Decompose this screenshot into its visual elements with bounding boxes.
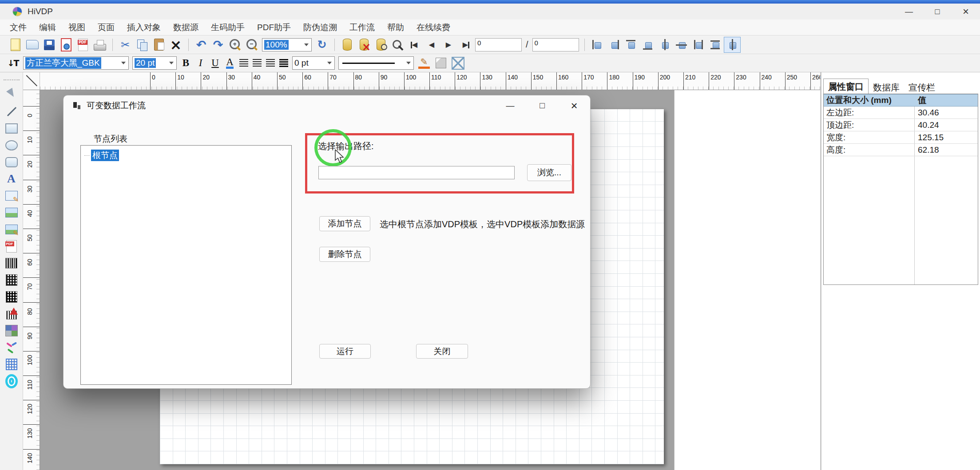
- rounded-rectangle-tool[interactable]: [3, 154, 20, 170]
- property-value[interactable]: 40.24: [914, 120, 939, 130]
- database-button[interactable]: [339, 37, 356, 53]
- align-left-button[interactable]: [589, 37, 606, 53]
- distribute-horizontal-button[interactable]: [690, 37, 707, 53]
- redo-button[interactable]: [210, 37, 226, 53]
- open-file-button[interactable]: [24, 37, 41, 53]
- last-page-button[interactable]: [457, 37, 474, 53]
- align-right-button[interactable]: [606, 37, 623, 53]
- property-value[interactable]: 125.15: [914, 133, 944, 142]
- current-page-input[interactable]: 0: [475, 38, 522, 51]
- menu-item[interactable]: 帮助: [381, 22, 410, 33]
- menu-item[interactable]: 视图: [62, 22, 91, 33]
- menu-item[interactable]: 在线续费: [410, 22, 456, 33]
- table-row[interactable]: 顶边距: 40.24: [824, 119, 978, 131]
- delete-button[interactable]: [167, 37, 184, 53]
- output-path-input[interactable]: [318, 166, 515, 179]
- center-vertical-button[interactable]: [673, 37, 690, 53]
- rectangle-tool[interactable]: [3, 120, 20, 137]
- minimize-button[interactable]: —: [895, 4, 923, 20]
- maximize-button[interactable]: □: [923, 4, 952, 20]
- table-row[interactable]: 宽度: 125.15: [824, 131, 978, 144]
- align-text-left-button[interactable]: [237, 56, 250, 70]
- tab-bulletin[interactable]: 宣传栏: [904, 80, 940, 95]
- database-remove-button[interactable]: [356, 37, 373, 53]
- security-code-tool[interactable]: [3, 305, 20, 322]
- ellipse-tool[interactable]: [3, 137, 20, 154]
- text-tool[interactable]: [3, 170, 20, 187]
- menu-item[interactable]: 防伪追溯: [297, 22, 343, 33]
- line-tool[interactable]: [3, 103, 20, 120]
- pdf-tool[interactable]: [3, 238, 20, 255]
- line-style-combo[interactable]: [338, 56, 414, 70]
- menu-item[interactable]: 编辑: [33, 22, 62, 33]
- run-button[interactable]: 运行: [319, 344, 371, 359]
- zoom-in-button[interactable]: [226, 37, 243, 53]
- image-tool[interactable]: [3, 204, 20, 221]
- font-size-combo[interactable]: 20 pt: [132, 56, 177, 70]
- bold-button[interactable]: B: [179, 55, 193, 71]
- pdf-import-button[interactable]: [58, 37, 75, 53]
- dialog-minimize-button[interactable]: —: [494, 95, 526, 116]
- node-tree[interactable]: 根节点: [80, 145, 292, 385]
- distribute-vertical-button[interactable]: [707, 37, 724, 53]
- search-edit-button[interactable]: [389, 37, 406, 53]
- align-bottom-button[interactable]: [639, 37, 656, 53]
- dialog-close-button[interactable]: ×: [558, 95, 590, 116]
- copy-button[interactable]: [134, 37, 151, 53]
- align-text-center-button[interactable]: [250, 56, 264, 70]
- first-page-button[interactable]: [406, 37, 423, 53]
- image-edit-tool[interactable]: [3, 221, 20, 238]
- target-tool[interactable]: [3, 373, 20, 390]
- database-search-button[interactable]: [373, 37, 389, 53]
- tree-root-label[interactable]: 根节点: [91, 150, 119, 161]
- delete-node-button[interactable]: 删除节点: [319, 247, 370, 262]
- menu-item[interactable]: PDF助手: [251, 22, 297, 33]
- table-row[interactable]: 左边距: 30.46: [824, 107, 978, 119]
- italic-button[interactable]: I: [193, 55, 208, 71]
- next-page-button[interactable]: [440, 37, 457, 53]
- menu-item[interactable]: 插入对象: [121, 22, 167, 33]
- datamatrix-tool[interactable]: [3, 288, 20, 305]
- menu-item[interactable]: 工作流: [343, 22, 381, 33]
- property-value[interactable]: 30.46: [914, 108, 939, 118]
- rich-text-tool[interactable]: [3, 187, 20, 204]
- zoom-combo[interactable]: 100%: [262, 38, 312, 51]
- center-in-page-button[interactable]: [724, 37, 741, 53]
- tree-root-item[interactable]: 根节点: [84, 150, 291, 161]
- tab-properties[interactable]: 属性窗口: [823, 79, 869, 95]
- menu-item[interactable]: 数据源: [167, 22, 205, 33]
- dialog-title-bar[interactable]: 可变数据工作流 — □ ×: [63, 95, 590, 116]
- dialog-close-action-button[interactable]: 关闭: [416, 344, 468, 359]
- align-text-right-button[interactable]: [264, 56, 277, 70]
- save-button[interactable]: [41, 37, 58, 53]
- table-row[interactable]: 高度: 62.18: [824, 144, 978, 156]
- barcode-tool[interactable]: [3, 255, 20, 272]
- variable-marks-tool[interactable]: [3, 339, 20, 356]
- browse-button[interactable]: 浏览...: [527, 164, 571, 181]
- menu-item[interactable]: 文件: [4, 22, 33, 33]
- cut-button[interactable]: [117, 37, 134, 53]
- menu-item[interactable]: 生码助手: [205, 22, 251, 33]
- paste-button[interactable]: [151, 37, 167, 53]
- prev-page-button[interactable]: [423, 37, 440, 53]
- dialog-maximize-button[interactable]: □: [526, 95, 558, 116]
- rotate-page-button[interactable]: [313, 37, 330, 53]
- fill-format-button[interactable]: [432, 55, 449, 71]
- grid-tool[interactable]: [3, 356, 20, 373]
- close-button[interactable]: ×: [952, 4, 980, 20]
- align-text-justify-button[interactable]: [277, 56, 290, 70]
- font-family-combo[interactable]: 方正兰亭大黑_GBK: [23, 56, 129, 70]
- line-spacing-combo[interactable]: 0 pt: [292, 56, 335, 70]
- undo-button[interactable]: [193, 37, 210, 53]
- total-pages-input[interactable]: 0: [532, 38, 579, 51]
- add-node-button[interactable]: 添加节点: [319, 216, 370, 231]
- font-color-button[interactable]: A: [222, 55, 237, 71]
- print-button[interactable]: [91, 37, 108, 53]
- select-tool[interactable]: [3, 86, 20, 103]
- pdf-export-button[interactable]: [75, 37, 91, 53]
- property-value[interactable]: 62.18: [914, 145, 939, 155]
- underline-button[interactable]: U: [208, 55, 222, 71]
- menu-item[interactable]: 页面: [91, 22, 121, 33]
- tab-database[interactable]: 数据库: [869, 80, 904, 95]
- center-horizontal-button[interactable]: [656, 37, 673, 53]
